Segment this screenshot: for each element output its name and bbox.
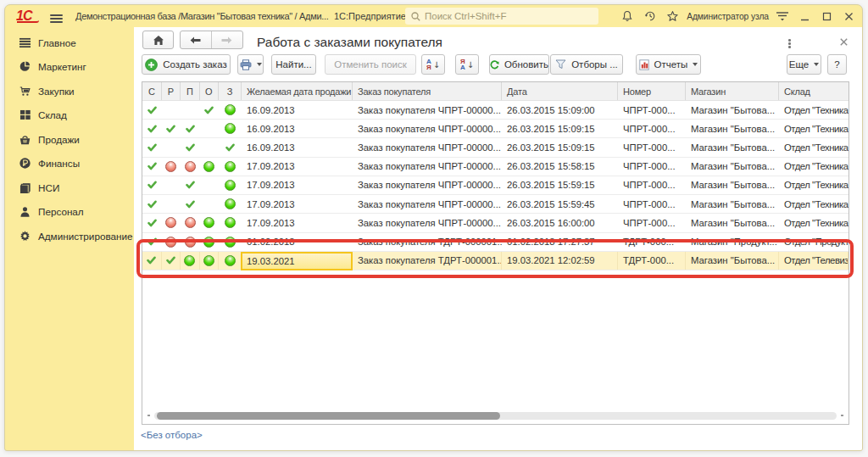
page-title: Работа с заказами покупателя: [257, 35, 442, 50]
column-header-6[interactable]: Желаемая дата продажи: [242, 82, 353, 100]
app-window: 1С Демонстрационная база /Магазин "Бытов…: [4, 4, 863, 451]
close-window-button[interactable]: [837, 12, 860, 21]
panel-menu-dots-icon[interactable]: [788, 39, 791, 50]
sidebar-nav: ГлавноеМаркетингЗакупкиСкладПродажиФинан…: [5, 28, 134, 450]
scrollbar-thumb[interactable]: [157, 412, 500, 420]
forward-button[interactable]: [212, 31, 243, 48]
scroll-right-button[interactable]: [837, 410, 848, 421]
sidebar-item-5[interactable]: Продажи: [5, 127, 134, 151]
sidebar-item-3[interactable]: Закупки: [5, 79, 134, 103]
column-header-2[interactable]: Р: [162, 82, 181, 100]
home-button[interactable]: [142, 31, 174, 49]
more-button[interactable]: Еще: [787, 54, 821, 75]
red-status-icon: [185, 217, 196, 228]
refresh-button[interactable]: Обновить: [489, 54, 549, 75]
column-header-4[interactable]: О: [200, 82, 220, 100]
plus-icon: [145, 59, 158, 71]
table-row-4[interactable]: 17.09.2013Заказ покупателя ЧПРТ-00000...…: [142, 158, 849, 176]
sidebar-item-2[interactable]: Маркетинг: [5, 55, 134, 79]
back-arrow-icon: [190, 36, 201, 44]
column-header-1[interactable]: С: [142, 82, 162, 100]
global-search-input[interactable]: Поиск Ctrl+Shift+F: [405, 8, 598, 25]
table-row-5[interactable]: 17.09.2013Заказ покупателя ЧПРТ-00000...…: [142, 176, 849, 195]
table-row-3[interactable]: 16.09.2013Заказ покупателя ЧПРТ-00000...…: [142, 138, 849, 157]
report-icon: [639, 59, 649, 70]
print-button[interactable]: [237, 54, 264, 75]
notifications-bell-icon[interactable]: [615, 10, 638, 22]
table-row-8[interactable]: 01.02.2018Заказ покупателя ТДРТ-000001..…: [142, 233, 849, 252]
table-row-2[interactable]: 16.09.2013Заказ покупателя ЧПРТ-00000...…: [142, 120, 849, 138]
sidebar-item-9[interactable]: Администрирование: [5, 224, 134, 248]
check-icon: [186, 181, 195, 189]
panel-close-icon[interactable]: [840, 38, 848, 46]
current-user[interactable]: Администратор узла: [687, 12, 769, 21]
create-order-button[interactable]: Создать заказ: [142, 54, 231, 75]
refresh-icon: [490, 59, 499, 70]
main-menu-icon[interactable]: [50, 14, 63, 24]
scrollbar-track[interactable]: [154, 412, 837, 420]
green-status-icon: [225, 180, 236, 191]
filter-status-link[interactable]: <Без отбора>: [141, 430, 203, 440]
focused-cell[interactable]: 19.03.2021: [241, 252, 353, 270]
scroll-left-button[interactable]: [143, 410, 154, 421]
menu-lines-icon: [19, 36, 31, 47]
orders-table: СРПОЗЖелаемая дата продажиЗаказ покупате…: [142, 81, 849, 425]
table-row-1[interactable]: 16.09.2013Заказ покупателя ЧПРТ-00000...…: [142, 101, 849, 120]
sidebar-item-1[interactable]: Главное: [5, 31, 134, 54]
table-header-row: СРПОЗЖелаемая дата продажиЗаказ покупате…: [142, 82, 849, 101]
column-header-8[interactable]: Дата: [502, 82, 618, 100]
find-button[interactable]: Найти...: [271, 54, 316, 75]
search-icon: [411, 12, 420, 21]
green-status-icon: [225, 123, 236, 134]
column-header-11[interactable]: Склад: [779, 82, 849, 100]
check-icon: [186, 143, 195, 152]
back-button[interactable]: [181, 31, 212, 48]
table-row-7[interactable]: 17.09.2013Заказ покупателя ЧПРТ-00000...…: [142, 214, 849, 232]
table-row-6[interactable]: 17.09.2013Заказ покупателя ЧПРТ-00000...…: [142, 195, 849, 214]
green-status-icon: [203, 217, 214, 228]
sidebar-item-4[interactable]: Склад: [5, 103, 134, 127]
check-icon: [186, 200, 195, 209]
history-icon[interactable]: [638, 10, 661, 22]
minimize-button[interactable]: [793, 12, 815, 21]
pie-chart-icon: [19, 61, 31, 72]
green-status-icon: [225, 255, 236, 266]
check-icon: [147, 106, 157, 114]
table-row-9[interactable]: 19.03.2021Заказ покупателя ТДРТ-000001..…: [142, 252, 849, 270]
books-icon: [19, 181, 31, 192]
column-header-10[interactable]: Магазин: [686, 82, 779, 100]
filters-button[interactable]: Отборы ...: [550, 54, 623, 75]
sidebar-item-8[interactable]: Персонал: [5, 200, 134, 224]
red-status-icon: [185, 161, 196, 172]
green-status-icon: [203, 161, 214, 172]
green-status-icon: [225, 198, 236, 209]
check-icon: [147, 125, 157, 133]
sort-ascending-button[interactable]: АЯ↓: [421, 54, 445, 75]
red-status-icon: [165, 217, 176, 228]
green-status-icon: [184, 255, 195, 266]
forward-arrow-icon: [221, 36, 232, 44]
printer-icon: [240, 59, 252, 70]
search-placeholder: Поиск Ctrl+Shift+F: [425, 11, 506, 21]
help-button[interactable]: ?: [827, 54, 847, 75]
favorites-star-icon[interactable]: [661, 10, 684, 23]
cancel-search-button[interactable]: Отменить поиск: [325, 54, 416, 75]
network-speed-icon[interactable]: [771, 10, 793, 22]
column-header-9[interactable]: Номер: [618, 82, 686, 100]
column-header-3[interactable]: П: [181, 82, 200, 100]
sidebar-item-7[interactable]: НСИ: [5, 176, 134, 199]
check-icon: [166, 256, 175, 265]
horizontal-scrollbar[interactable]: [143, 410, 848, 421]
column-header-5[interactable]: З: [219, 82, 242, 100]
reports-button[interactable]: Отчеты: [636, 54, 701, 75]
app-name: 1С:Предприятие: [334, 11, 406, 21]
sidebar-item-6[interactable]: Финансы: [5, 152, 134, 176]
sort-descending-button[interactable]: ЯА↓: [455, 54, 479, 75]
green-status-icon: [225, 217, 236, 228]
maximize-button[interactable]: [815, 12, 837, 21]
column-header-7[interactable]: Заказ покупателя: [353, 82, 502, 100]
check-icon: [186, 125, 195, 133]
home-icon: [153, 35, 164, 46]
green-status-icon: [203, 237, 214, 248]
check-icon: [147, 219, 157, 227]
